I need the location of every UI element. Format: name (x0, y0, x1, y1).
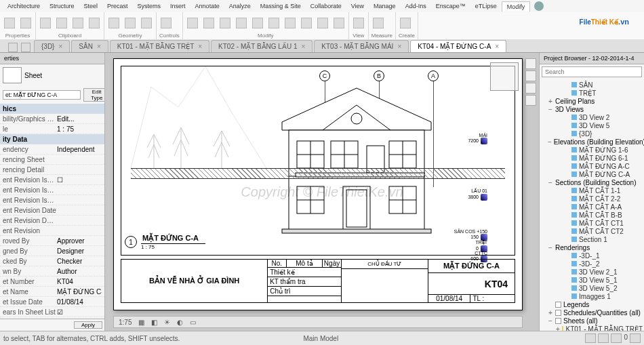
scale-button[interactable] (316, 17, 329, 29)
select-pinned-icon[interactable] (598, 333, 609, 343)
ribbon-tab-annotate[interactable]: Annotate (190, 1, 224, 11)
sheet-canvas[interactable]: CBA (113, 58, 523, 310)
property-row[interactable]: endencyIndependent (0, 144, 104, 155)
tree-item[interactable]: TRỆT (544, 89, 643, 97)
doc-tab[interactable]: KT04 - MẶT ĐỨNG C-A× (410, 40, 506, 52)
tree-item[interactable]: +Schedules/Quantities (all) (544, 308, 643, 317)
tree-item[interactable]: +Ceiling Plans (544, 97, 643, 105)
crop-icon[interactable]: ▭ (188, 319, 198, 326)
properties-button[interactable] (19, 17, 33, 29)
workset-label[interactable]: Main Model (303, 335, 338, 342)
paste-button[interactable] (39, 17, 52, 29)
grid-bubble[interactable]: C (319, 70, 330, 81)
property-row[interactable]: et NameMẶT ĐỨNG C-A (0, 287, 104, 297)
property-row[interactable]: le1 : 75 (0, 124, 104, 134)
ribbon-tab-steel[interactable]: Steel (79, 1, 103, 11)
property-group[interactable]: ity Data (0, 134, 104, 144)
property-row[interactable]: ent Revision (0, 226, 104, 236)
cut-button[interactable] (123, 17, 137, 29)
expand-icon[interactable]: − (548, 179, 553, 186)
cope-button[interactable] (107, 17, 121, 29)
filter-icon[interactable] (611, 333, 622, 343)
close-tab-icon[interactable]: × (97, 43, 101, 50)
ribbon-tab-addins[interactable]: Add-Ins (401, 1, 431, 11)
level-marker[interactable]: LẦU 013800 (468, 188, 487, 201)
select-links-icon[interactable] (585, 333, 596, 343)
tree-item[interactable]: −3D Views (544, 105, 643, 113)
expand-icon[interactable]: + (548, 309, 553, 317)
property-row[interactable]: rencing Detail (0, 165, 104, 175)
ribbon-tab-massingsite[interactable]: Massing & Site (256, 1, 306, 11)
doc-tab[interactable]: {3D}× (34, 40, 70, 52)
tree-item[interactable]: −Sections (Building Section) (544, 178, 643, 186)
expand-icon[interactable]: + (556, 325, 560, 331)
tree-item[interactable]: {3D} (544, 129, 643, 138)
copy-button[interactable] (202, 17, 216, 29)
rotate-button[interactable] (218, 17, 232, 29)
cut-button[interactable] (55, 17, 68, 29)
ribbon-tab-modify[interactable]: Modify (502, 1, 531, 12)
offset-button[interactable] (300, 17, 313, 29)
tree-item[interactable]: 3D View 5_2 (544, 284, 643, 292)
browser-tree[interactable]: SÂNTRỆT+Ceiling Plans−3D Views3D View 23… (540, 79, 644, 331)
copy-button[interactable] (71, 17, 85, 29)
drawing-viewport[interactable]: CBA (121, 66, 515, 256)
tree-item[interactable]: SÂN (544, 81, 643, 89)
tree-item[interactable]: Legends (544, 300, 643, 308)
expand-icon[interactable]: − (548, 244, 553, 251)
property-row[interactable]: roved ByApprover (0, 236, 104, 246)
property-row[interactable]: ent Revision Issued To (0, 195, 104, 205)
join-button[interactable] (140, 17, 153, 29)
mirror-button[interactable] (235, 17, 248, 29)
ribbon-tab-analyze[interactable]: Analyze (224, 1, 256, 11)
property-row[interactable]: ent Revision Issued☐ (0, 175, 104, 185)
tree-item[interactable]: MẶT CẮT B-B (544, 211, 643, 219)
tree-item[interactable]: MẶT ĐỨNG 1-6 (544, 146, 643, 154)
trim-button[interactable] (251, 17, 264, 29)
tab-scroll-left-icon[interactable] (21, 43, 31, 52)
level-marker[interactable]: SÂN COS +150150 (454, 229, 487, 241)
tree-item[interactable]: MẶT ĐỨNG C-A (544, 170, 643, 178)
array-button[interactable] (267, 17, 281, 29)
expand-icon[interactable]: − (548, 317, 553, 325)
browser-search-input[interactable] (542, 66, 642, 77)
tree-item[interactable]: 3D View 2_1 (544, 268, 643, 276)
scale-control[interactable]: 1:75 (117, 319, 134, 326)
property-group[interactable]: hics (0, 104, 104, 114)
tree-item[interactable]: MẶT CẮT 2-2 (544, 195, 643, 203)
grid-bubble[interactable]: A (428, 70, 439, 81)
edit-type-button[interactable]: Edit Type (83, 88, 105, 102)
tree-item[interactable]: Imagges 1 (544, 292, 643, 300)
tree-item[interactable]: MẶT CẮT CT2 (544, 227, 643, 235)
pin-button[interactable] (332, 17, 346, 29)
property-row[interactable]: rencing Sheet (0, 155, 104, 165)
tree-item[interactable]: MẶT CẮT A-A (544, 203, 643, 211)
orbit-icon[interactable] (525, 95, 536, 106)
apply-button[interactable]: Apply (74, 321, 102, 329)
ribbon-tab-enscape[interactable]: Enscape™ (431, 1, 470, 11)
activate-button[interactable] (159, 17, 173, 29)
ribbon-tab-insert[interactable]: Insert (165, 1, 190, 11)
tree-item[interactable]: -3D-_2 (544, 260, 643, 268)
tree-item[interactable]: 3D View 5_1 (544, 276, 643, 284)
visual-style-icon[interactable]: ◧ (149, 319, 159, 326)
tree-item[interactable]: MẶT ĐỨNG 6-1 (544, 154, 643, 162)
property-row[interactable]: cked ByChecker (0, 256, 104, 266)
expand-icon[interactable]: + (548, 98, 553, 105)
expand-icon[interactable]: − (548, 106, 553, 113)
ribbon-tab-structure[interactable]: Structure (45, 1, 79, 11)
tree-item[interactable]: Section 1 (544, 235, 643, 243)
ribbon-tab-architecture[interactable]: Architecture (3, 1, 45, 11)
detail-level-icon[interactable]: ▦ (136, 319, 146, 326)
expand-icon[interactable]: − (548, 138, 552, 146)
select-by-face-icon[interactable] (630, 333, 641, 343)
tree-item[interactable]: -3D-_1 (544, 251, 643, 260)
ribbon-tab-etlipse[interactable]: eTLipse (470, 1, 502, 11)
tree-item[interactable]: MẶT CẮT CT1 (544, 219, 643, 227)
tree-item[interactable]: −Renderings (544, 243, 643, 251)
property-row[interactable]: et NumberKT04 (0, 277, 104, 287)
measure-button[interactable] (371, 17, 385, 29)
titleblock[interactable]: BẢN VẼ NHÀ Ở GIA ĐÌNH No. Mô tả Ngày Thi… (121, 259, 515, 303)
create-button[interactable] (399, 17, 412, 29)
tree-item[interactable]: −Sheets (all) (544, 317, 643, 325)
